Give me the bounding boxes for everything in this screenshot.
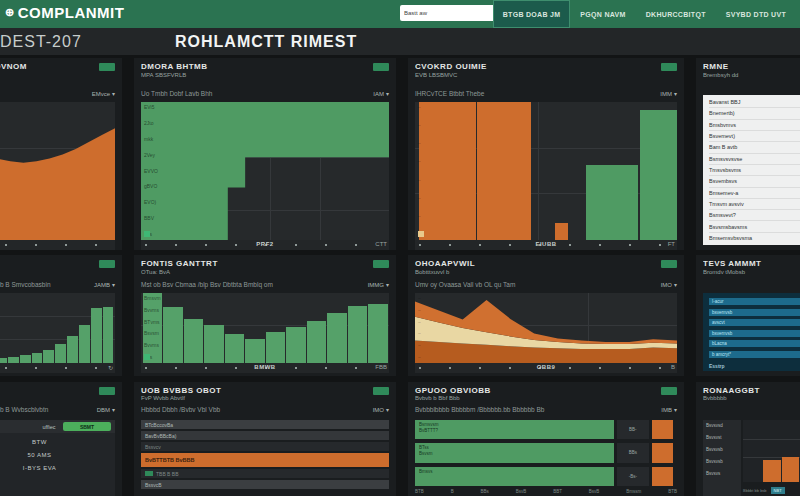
nav-item-3[interactable]: DKHURCCBITQT xyxy=(636,0,716,28)
table-row[interactable]: TBB B BB xyxy=(141,469,389,478)
table-row[interactable]: Bssvcv xyxy=(141,442,389,451)
table-row[interactable]: BvBTTBTB BvBBB xyxy=(141,453,389,467)
range-dropdown[interactable]: IMM ▾ xyxy=(660,90,677,97)
dropdown-value: JAMB xyxy=(94,282,110,288)
chart-caption: IHRCvTCE Btbbt Thebe xyxy=(415,90,484,97)
range-dropdown[interactable]: EMvce ▾ xyxy=(92,90,115,97)
card-r2c3: OHOAAPVWIL Bobtttxuvvl b Umv oy Ovaasa V… xyxy=(408,255,684,376)
status-badge xyxy=(661,387,677,395)
hbar-row[interactable]: BsmsvsmBvBTTT?BB- xyxy=(415,420,677,439)
y-axis-label: Bsvsm xyxy=(144,331,161,336)
hbar-row[interactable]: BTssBsvsmBBs xyxy=(415,443,677,462)
hbar-footer-labels: BTBBBBsBsvBBBTBsvBBmssmBTB xyxy=(415,489,677,494)
card-title: BVSTOVNOM xyxy=(0,62,94,71)
table-row[interactable]: BssvcB xyxy=(141,480,389,489)
axis-ticks xyxy=(0,367,99,369)
y-axis-label: gBVO xyxy=(144,184,158,189)
card-subtitle: Bromdv tMobsb xyxy=(703,269,800,275)
footer-label: BTB xyxy=(415,489,424,494)
list-item[interactable]: avscvt xyxy=(709,319,800,326)
search-input[interactable] xyxy=(402,9,495,17)
hbar-row[interactable]: Bmsvs-Bs- xyxy=(415,467,677,486)
card-r1c4: RMNE Brembsyh dd Bavanst BBJBnemertb)Bms… xyxy=(696,58,800,250)
y-axis-label: Bvvms xyxy=(144,343,161,348)
dropdown-value: IMO xyxy=(373,407,384,413)
app-logo[interactable]: ⊕ COMPLANMIT xyxy=(5,4,124,21)
list-item[interactable]: Bsmsvsvsvse xyxy=(709,154,800,165)
y-axis-label: 2Jto xyxy=(144,121,158,126)
card-subtitle: FvP Wvbb Abvtlf xyxy=(141,395,368,401)
nav-item-4[interactable]: SVYBD DTD UVT xyxy=(716,0,796,28)
axis-label: PRF2 xyxy=(141,241,389,247)
y-label-column: BsvsvsdBsvsvstBsvsvsbBsvsvsbBsvsvs xyxy=(703,420,741,496)
range-dropdown[interactable]: IAM ▾ xyxy=(373,90,389,97)
footer-text: Bbbbt bb bsb xyxy=(743,488,767,493)
card-r2c4: TEVS AMMMT Bromdv tMobsb I-acurbsvemvsba… xyxy=(696,255,800,376)
range-dropdown[interactable]: DBM ▾ xyxy=(97,406,115,413)
bar xyxy=(348,306,368,363)
app-window: ⊕ COMPLANMIT BTGB DOAB JMPGQN NAVMDKHURC… xyxy=(0,0,800,496)
list-item[interactable]: Bavanst BBJ xyxy=(709,97,800,108)
list-item[interactable]: bsvemvsb xyxy=(709,330,800,337)
dropdown-value: IMM xyxy=(660,91,672,97)
list-item[interactable]: bLacna xyxy=(709,340,800,347)
nav-item-2[interactable]: PGQN NAVM xyxy=(570,0,635,28)
y-axis-label: – xyxy=(418,105,421,110)
card-subtitle: Bvbbbbb xyxy=(703,395,800,401)
list-item[interactable]: Bsvembsvs xyxy=(709,176,800,187)
refresh-icon[interactable]: ↻ xyxy=(108,364,113,371)
chart-caption: Umv oy Ovaasa Vall vb OL qu Tam xyxy=(415,281,515,288)
list-item[interactable]: Tmsvsbsvms xyxy=(709,165,800,176)
footer-label: BsvB xyxy=(516,489,527,494)
bar-series xyxy=(0,293,115,363)
chart-caption: Mst ob Bsv Cbmaa /blp Bsv Dbtbta Bmblq o… xyxy=(141,281,273,288)
growth-bar-chart xyxy=(0,293,115,363)
table-row[interactable]: BavBvBBcBa) xyxy=(141,431,389,440)
range-dropdown[interactable]: IMO ▾ xyxy=(373,406,389,413)
nav-item-1[interactable]: BTGB DOAB JM xyxy=(493,0,571,28)
chevron-down-icon: ▾ xyxy=(112,406,115,413)
card-title: RMNE xyxy=(703,62,800,71)
chart-caption: Bbvbbvbbb B Smvcobasbin xyxy=(0,281,51,288)
bar xyxy=(555,223,568,240)
list-item[interactable]: Bam B avtb xyxy=(709,142,800,153)
logo-text: COMPLANMIT xyxy=(18,4,125,21)
list-item[interactable]: I-acur xyxy=(709,298,800,305)
y-axis-label: Bsvsvsd xyxy=(703,423,741,428)
list-item[interactable]: b amcryt* xyxy=(709,351,800,358)
bar xyxy=(245,339,265,364)
mini-bar-chart xyxy=(743,420,800,482)
legend-swatch xyxy=(144,354,150,360)
list-item[interactable]: Tmsvm avsviv xyxy=(709,199,800,210)
range-dropdown[interactable]: JAMB ▾ xyxy=(94,281,115,288)
y-axis-label: EVVO xyxy=(144,169,158,174)
list-item[interactable]: Bmsemsvbsvsma xyxy=(709,233,800,243)
list-item[interactable]: Bsvemevt) xyxy=(709,131,800,142)
list-item[interactable]: Bnemertb) xyxy=(709,108,800,119)
submit-button[interactable]: SBMT xyxy=(63,422,111,431)
green-step-chart: EVi52Jtomkk2VeyEVVOgBVOEVO)BBVIms xyxy=(141,102,389,240)
list-item[interactable]: Bmsbvmvs xyxy=(709,120,800,131)
card-title: TEVS AMMMT xyxy=(703,259,800,268)
axis-label-right: FT xyxy=(668,241,675,247)
range-dropdown[interactable]: IMB ▾ xyxy=(661,406,677,413)
sub-header: DEST-207 ROHLAMCTT RIMEST xyxy=(0,28,800,55)
chart-caption: Bvbbblbbbb Bbbbbm /Bbbbbb.bb Bbbbbb Bb xyxy=(415,406,544,413)
y-axis-label: Bsvsvsb xyxy=(703,459,741,464)
range-dropdown[interactable]: IMMG ▾ xyxy=(368,281,389,288)
table-row[interactable]: BTcBccovBa xyxy=(141,420,389,429)
list-item[interactable]: Bsmsvevt? xyxy=(709,210,800,221)
table-cell: BavBvBBcBa) xyxy=(145,433,176,439)
status-table: BTcBccovBaBavBvBBcBa)BssvcvBvBTTBTB BvBB… xyxy=(141,420,389,496)
green-chip xyxy=(145,471,153,476)
value-rows: BTW50 AMSI-BYS EVA xyxy=(0,433,115,496)
list-item[interactable]: Bsvsmsbavsms xyxy=(709,221,800,232)
list-item[interactable]: bsvemvsb xyxy=(709,309,800,316)
stacked-area-chart: –––––– xyxy=(415,293,677,363)
chevron-down-icon: ▾ xyxy=(386,281,389,288)
bar xyxy=(286,327,306,363)
list-item[interactable]: Bmsemev-a xyxy=(709,188,800,199)
bar xyxy=(586,165,638,240)
bar xyxy=(763,460,781,482)
range-dropdown[interactable]: IMO ▾ xyxy=(661,281,677,288)
